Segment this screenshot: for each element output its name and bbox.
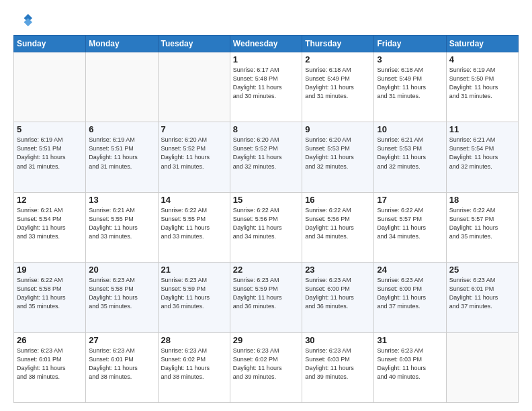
day-info: Sunrise: 6:20 AMSunset: 5:52 PMDaylight:…	[233, 136, 299, 171]
day-info: Sunrise: 6:22 AMSunset: 5:57 PMDaylight:…	[449, 206, 515, 241]
calendar-cell: 19Sunrise: 6:22 AMSunset: 5:58 PMDayligh…	[14, 263, 86, 332]
day-info: Sunrise: 6:22 AMSunset: 5:55 PMDaylight:…	[161, 206, 227, 241]
day-info: Sunrise: 6:23 AMSunset: 5:59 PMDaylight:…	[161, 276, 227, 311]
day-number: 21	[161, 265, 227, 275]
calendar-cell: 21Sunrise: 6:23 AMSunset: 5:59 PMDayligh…	[158, 263, 230, 332]
header	[13, 11, 519, 30]
calendar-cell: 6Sunrise: 6:19 AMSunset: 5:51 PMDaylight…	[86, 122, 158, 192]
calendar-cell	[446, 332, 518, 402]
day-number: 28	[161, 335, 227, 345]
day-number: 4	[449, 54, 515, 64]
day-number: 10	[377, 124, 443, 134]
calendar-cell: 16Sunrise: 6:22 AMSunset: 5:56 PMDayligh…	[302, 192, 374, 262]
calendar-cell: 31Sunrise: 6:23 AMSunset: 6:03 PMDayligh…	[374, 332, 446, 402]
calendar-cell: 28Sunrise: 6:23 AMSunset: 6:02 PMDayligh…	[158, 332, 230, 402]
day-number: 17	[377, 195, 443, 205]
calendar-header-tuesday: Tuesday	[158, 36, 230, 52]
calendar-cell: 15Sunrise: 6:22 AMSunset: 5:56 PMDayligh…	[230, 192, 302, 262]
day-number: 6	[89, 124, 154, 134]
calendar-cell: 30Sunrise: 6:23 AMSunset: 6:03 PMDayligh…	[302, 332, 374, 402]
day-info: Sunrise: 6:22 AMSunset: 5:56 PMDaylight:…	[233, 206, 299, 241]
day-info: Sunrise: 6:20 AMSunset: 5:52 PMDaylight:…	[161, 136, 227, 171]
day-number: 18	[449, 195, 515, 205]
day-number: 7	[161, 124, 227, 134]
day-number: 29	[233, 335, 299, 345]
day-info: Sunrise: 6:22 AMSunset: 5:56 PMDaylight:…	[305, 206, 371, 241]
calendar-cell: 1Sunrise: 6:17 AMSunset: 5:48 PMDaylight…	[230, 52, 302, 122]
day-info: Sunrise: 6:21 AMSunset: 5:53 PMDaylight:…	[377, 136, 443, 171]
day-info: Sunrise: 6:21 AMSunset: 5:54 PMDaylight:…	[17, 206, 83, 241]
day-number: 5	[17, 124, 83, 134]
calendar-cell: 18Sunrise: 6:22 AMSunset: 5:57 PMDayligh…	[446, 192, 518, 262]
calendar-header-wednesday: Wednesday	[230, 36, 302, 52]
calendar-cell	[158, 52, 230, 122]
calendar-cell: 25Sunrise: 6:23 AMSunset: 6:01 PMDayligh…	[446, 263, 518, 332]
calendar-header-friday: Friday	[374, 36, 446, 52]
day-info: Sunrise: 6:23 AMSunset: 6:00 PMDaylight:…	[305, 276, 371, 311]
day-info: Sunrise: 6:20 AMSunset: 5:53 PMDaylight:…	[305, 136, 371, 171]
calendar-week-row: 12Sunrise: 6:21 AMSunset: 5:54 PMDayligh…	[14, 192, 519, 262]
day-info: Sunrise: 6:23 AMSunset: 5:59 PMDaylight:…	[233, 276, 299, 311]
day-number: 11	[449, 124, 515, 134]
calendar-cell	[86, 52, 158, 122]
calendar-cell: 2Sunrise: 6:18 AMSunset: 5:49 PMDaylight…	[302, 52, 374, 122]
day-info: Sunrise: 6:23 AMSunset: 6:01 PMDaylight:…	[17, 347, 83, 381]
day-number: 16	[305, 195, 371, 205]
day-info: Sunrise: 6:23 AMSunset: 6:01 PMDaylight:…	[89, 347, 154, 381]
calendar-cell	[14, 52, 86, 122]
day-number: 20	[89, 265, 154, 275]
day-info: Sunrise: 6:22 AMSunset: 5:58 PMDaylight:…	[17, 276, 83, 311]
calendar-header-sunday: Sunday	[14, 36, 86, 52]
calendar-cell: 9Sunrise: 6:20 AMSunset: 5:53 PMDaylight…	[302, 122, 374, 192]
day-number: 2	[305, 54, 371, 64]
calendar-week-row: 5Sunrise: 6:19 AMSunset: 5:51 PMDaylight…	[14, 122, 519, 192]
calendar-cell: 12Sunrise: 6:21 AMSunset: 5:54 PMDayligh…	[14, 192, 86, 262]
day-info: Sunrise: 6:22 AMSunset: 5:57 PMDaylight:…	[377, 206, 443, 241]
day-info: Sunrise: 6:18 AMSunset: 5:49 PMDaylight:…	[305, 66, 371, 101]
calendar-cell: 4Sunrise: 6:19 AMSunset: 5:50 PMDaylight…	[446, 52, 518, 122]
calendar-header-monday: Monday	[86, 36, 158, 52]
calendar-cell: 5Sunrise: 6:19 AMSunset: 5:51 PMDaylight…	[14, 122, 86, 192]
day-number: 14	[161, 195, 227, 205]
day-info: Sunrise: 6:23 AMSunset: 6:00 PMDaylight:…	[377, 276, 443, 311]
day-info: Sunrise: 6:17 AMSunset: 5:48 PMDaylight:…	[233, 66, 299, 101]
logo-icon	[13, 11, 32, 30]
calendar-cell: 29Sunrise: 6:23 AMSunset: 6:02 PMDayligh…	[230, 332, 302, 402]
calendar-cell: 13Sunrise: 6:21 AMSunset: 5:55 PMDayligh…	[86, 192, 158, 262]
day-info: Sunrise: 6:23 AMSunset: 6:01 PMDaylight:…	[449, 276, 515, 311]
day-info: Sunrise: 6:19 AMSunset: 5:50 PMDaylight:…	[449, 66, 515, 101]
calendar-cell: 14Sunrise: 6:22 AMSunset: 5:55 PMDayligh…	[158, 192, 230, 262]
day-info: Sunrise: 6:23 AMSunset: 5:58 PMDaylight:…	[89, 276, 154, 311]
day-number: 1	[233, 54, 299, 64]
day-info: Sunrise: 6:21 AMSunset: 5:54 PMDaylight:…	[449, 136, 515, 171]
logo	[13, 11, 35, 30]
calendar-header-saturday: Saturday	[446, 36, 518, 52]
day-number: 19	[17, 265, 83, 275]
calendar-week-row: 19Sunrise: 6:22 AMSunset: 5:58 PMDayligh…	[14, 263, 519, 332]
day-number: 22	[233, 265, 299, 275]
calendar-cell: 26Sunrise: 6:23 AMSunset: 6:01 PMDayligh…	[14, 332, 86, 402]
day-number: 27	[89, 335, 154, 345]
calendar-week-row: 26Sunrise: 6:23 AMSunset: 6:01 PMDayligh…	[14, 332, 519, 402]
day-number: 12	[17, 195, 83, 205]
page: SundayMondayTuesdayWednesdayThursdayFrid…	[0, 0, 532, 411]
day-info: Sunrise: 6:23 AMSunset: 6:03 PMDaylight:…	[377, 347, 443, 381]
calendar-week-row: 1Sunrise: 6:17 AMSunset: 5:48 PMDaylight…	[14, 52, 519, 122]
calendar-header-row: SundayMondayTuesdayWednesdayThursdayFrid…	[14, 36, 519, 52]
day-info: Sunrise: 6:23 AMSunset: 6:02 PMDaylight:…	[233, 347, 299, 381]
day-info: Sunrise: 6:23 AMSunset: 6:03 PMDaylight:…	[305, 347, 371, 381]
calendar-cell: 23Sunrise: 6:23 AMSunset: 6:00 PMDayligh…	[302, 263, 374, 332]
day-info: Sunrise: 6:23 AMSunset: 6:02 PMDaylight:…	[161, 347, 227, 381]
day-number: 9	[305, 124, 371, 134]
day-number: 24	[377, 265, 443, 275]
calendar-cell: 20Sunrise: 6:23 AMSunset: 5:58 PMDayligh…	[86, 263, 158, 332]
day-number: 31	[377, 335, 443, 345]
calendar-cell: 3Sunrise: 6:18 AMSunset: 5:49 PMDaylight…	[374, 52, 446, 122]
day-number: 13	[89, 195, 154, 205]
calendar-cell: 11Sunrise: 6:21 AMSunset: 5:54 PMDayligh…	[446, 122, 518, 192]
day-number: 8	[233, 124, 299, 134]
calendar-cell: 22Sunrise: 6:23 AMSunset: 5:59 PMDayligh…	[230, 263, 302, 332]
day-info: Sunrise: 6:19 AMSunset: 5:51 PMDaylight:…	[17, 136, 83, 171]
day-info: Sunrise: 6:21 AMSunset: 5:55 PMDaylight:…	[89, 206, 154, 241]
day-number: 15	[233, 195, 299, 205]
